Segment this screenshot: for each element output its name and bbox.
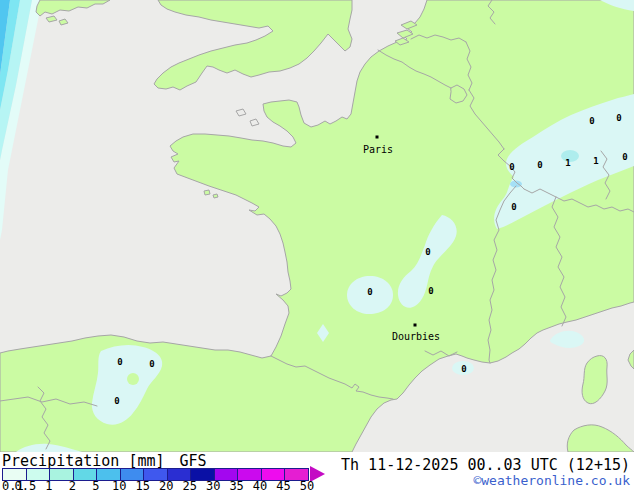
legend-tick-45: 45 bbox=[276, 479, 290, 490]
forecast-datetime: Th 11-12-2025 00..03 UTC (12+15) bbox=[341, 456, 630, 474]
legend-tick-20: 20 bbox=[159, 479, 173, 490]
precip-patch-med-coast bbox=[452, 361, 474, 375]
legend-tick-2: 2 bbox=[69, 479, 76, 490]
legend-tick-labels: 0.10.5125101520253035404550 bbox=[0, 479, 340, 490]
precipitation-map[interactable]: ParisDourbies000011000000000 bbox=[0, 0, 634, 452]
legend-tick-40: 40 bbox=[253, 479, 267, 490]
copyright-link[interactable]: ©weatheronline.co.uk bbox=[473, 473, 630, 488]
precip-spain-dry-hole bbox=[127, 373, 139, 385]
brittany-islet-2 bbox=[213, 194, 218, 198]
precip-patch-central-round bbox=[347, 276, 393, 314]
map-svg bbox=[0, 0, 634, 452]
legend-tick-0.5: 0.5 bbox=[15, 479, 37, 490]
legend-tick-15: 15 bbox=[136, 479, 150, 490]
precip-deep-spot-alsace bbox=[561, 150, 579, 162]
legend-footer-bar: Precipitation[mm]GFS 0.10.51251015202530… bbox=[0, 452, 634, 490]
legend-tick-5: 5 bbox=[92, 479, 99, 490]
brittany-islet-1 bbox=[204, 190, 210, 195]
legend-tick-1: 1 bbox=[45, 479, 52, 490]
legend-tick-25: 25 bbox=[182, 479, 196, 490]
weather-map-screen: ParisDourbies000011000000000 Precipitati… bbox=[0, 0, 634, 490]
legend-tick-35: 35 bbox=[229, 479, 243, 490]
legend-tick-30: 30 bbox=[206, 479, 220, 490]
legend-tick-50: 50 bbox=[300, 479, 314, 490]
legend-tick-10: 10 bbox=[112, 479, 126, 490]
